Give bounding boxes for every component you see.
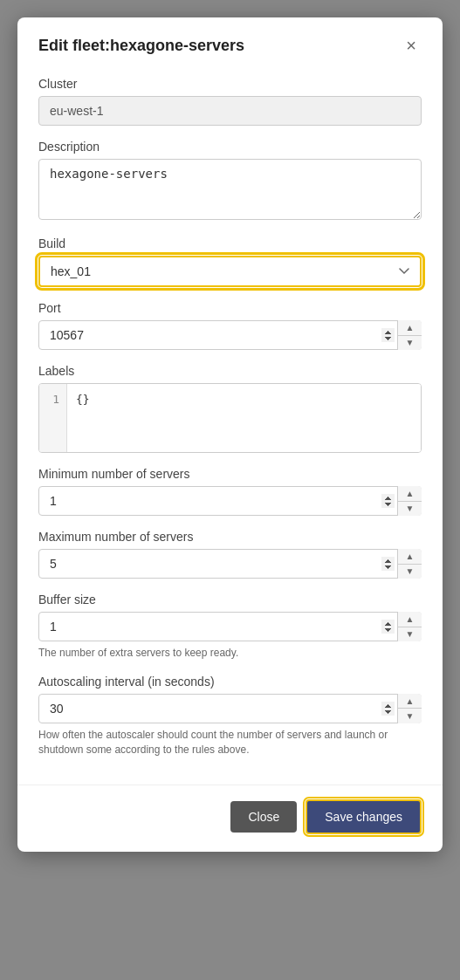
port-field: Port ▲ ▼ [38, 301, 422, 350]
port-label: Port [38, 301, 422, 315]
buffer-size-wrapper: ▲ ▼ [38, 612, 422, 641]
modal-backdrop: Edit fleet:hexagone-servers × Cluster De… [0, 0, 460, 980]
min-servers-label: Minimum number of servers [38, 467, 422, 481]
buffer-size-hint: The number of extra servers to keep read… [38, 646, 422, 661]
min-servers-field: Minimum number of servers ▲ ▼ [38, 467, 422, 516]
cluster-field: Cluster [38, 77, 422, 126]
buffer-size-spinner: ▲ ▼ [397, 612, 422, 641]
autoscaling-spinner: ▲ ▼ [397, 694, 422, 723]
modal-title: Edit fleet:hexagone-servers [38, 37, 244, 55]
buffer-size-increment[interactable]: ▲ [398, 612, 422, 627]
port-increment[interactable]: ▲ [398, 320, 422, 336]
modal-close-button[interactable]: × [401, 35, 422, 56]
autoscaling-input[interactable] [38, 694, 422, 723]
cluster-input[interactable] [38, 96, 422, 126]
build-select[interactable]: hex_01 hex_02 hex_03 [38, 256, 422, 287]
port-wrapper: ▲ ▼ [38, 320, 422, 350]
save-changes-button[interactable]: Save changes [306, 799, 422, 834]
autoscaling-increment[interactable]: ▲ [398, 694, 422, 709]
max-servers-label: Maximum number of servers [38, 530, 422, 544]
autoscaling-decrement[interactable]: ▼ [398, 709, 422, 723]
min-servers-decrement[interactable]: ▼ [398, 502, 422, 517]
buffer-size-decrement[interactable]: ▼ [398, 627, 422, 642]
labels-input[interactable]: {} [67, 384, 421, 452]
autoscaling-wrapper: ▲ ▼ [38, 694, 422, 723]
min-servers-wrapper: ▲ ▼ [38, 486, 422, 516]
cluster-label: Cluster [38, 77, 422, 91]
line-numbers: 1 [39, 384, 67, 452]
labels-editor: 1 {} [38, 383, 422, 453]
min-servers-increment[interactable]: ▲ [398, 486, 422, 502]
port-decrement[interactable]: ▼ [398, 336, 422, 351]
build-label: Build [38, 236, 422, 250]
port-spinner: ▲ ▼ [397, 320, 422, 350]
max-servers-input[interactable] [38, 549, 422, 579]
autoscaling-label: Autoscaling interval (in seconds) [38, 675, 422, 689]
modal-body: Cluster Description hexagone-servers Bui… [17, 70, 443, 785]
modal-footer: Close Save changes [17, 785, 443, 852]
max-servers-field: Maximum number of servers ▲ ▼ [38, 530, 422, 579]
max-servers-wrapper: ▲ ▼ [38, 549, 422, 579]
buffer-size-field: Buffer size ▲ ▼ The number of extra serv… [38, 593, 422, 661]
max-servers-decrement[interactable]: ▼ [398, 565, 422, 579]
max-servers-increment[interactable]: ▲ [398, 549, 422, 565]
min-servers-input[interactable] [38, 486, 422, 516]
description-label: Description [38, 140, 422, 154]
autoscaling-hint: How often the autoscaler should count th… [38, 728, 422, 757]
close-button[interactable]: Close [230, 801, 297, 833]
modal-header: Edit fleet:hexagone-servers × [17, 17, 443, 70]
build-field: Build hex_01 hex_02 hex_03 [38, 236, 422, 287]
edit-fleet-modal: Edit fleet:hexagone-servers × Cluster De… [17, 17, 443, 852]
port-input[interactable] [38, 320, 422, 350]
max-servers-spinner: ▲ ▼ [397, 549, 422, 579]
autoscaling-field: Autoscaling interval (in seconds) ▲ ▼ Ho… [38, 675, 422, 757]
min-servers-spinner: ▲ ▼ [397, 486, 422, 516]
buffer-size-input[interactable] [38, 612, 422, 641]
description-input[interactable]: hexagone-servers [38, 159, 422, 220]
description-field: Description hexagone-servers [38, 140, 422, 223]
labels-field: Labels 1 {} [38, 364, 422, 453]
labels-label: Labels [38, 364, 422, 378]
buffer-size-label: Buffer size [38, 593, 422, 607]
